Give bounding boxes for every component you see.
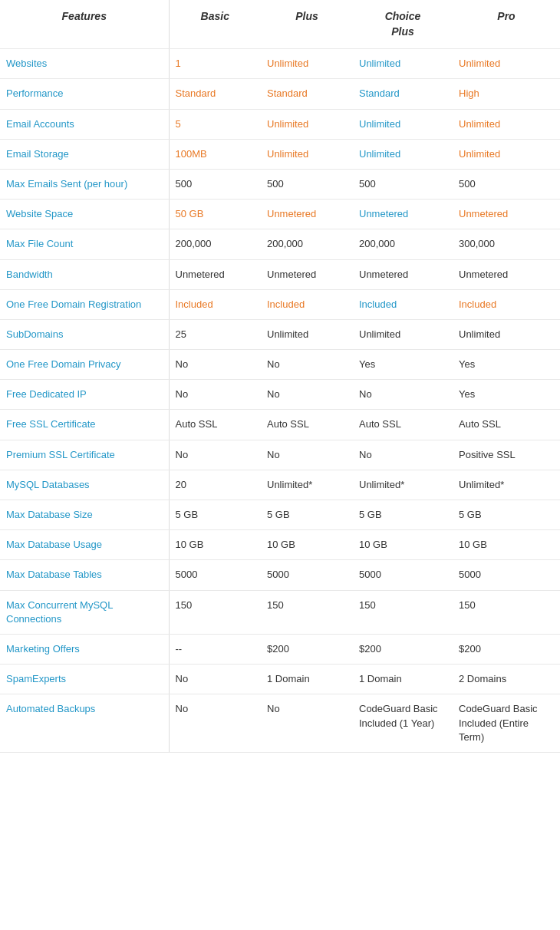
pro-value: Yes bbox=[459, 388, 475, 400]
basic-value: 200,000 bbox=[176, 238, 212, 249]
choiceplus-value: Standard bbox=[359, 87, 400, 99]
plus-cell: Unlimited bbox=[261, 49, 353, 79]
choiceplus-cell: 200,000 bbox=[353, 229, 453, 259]
plus-cell: Unlimited bbox=[261, 109, 353, 139]
plus-value: Unlimited bbox=[267, 328, 308, 340]
choiceplus-cell: CodeGuard Basic Included (1 Year) bbox=[353, 694, 453, 753]
choiceplus-cell: Unmetered bbox=[353, 200, 453, 229]
plus-cell: 500 bbox=[261, 169, 353, 199]
feature-label: Marketing Offers bbox=[6, 643, 80, 655]
plus-value: Unlimited bbox=[267, 58, 308, 69]
feature-cell: Premium SSL Certificate bbox=[0, 440, 169, 470]
pro-cell: Auto SSL bbox=[453, 410, 560, 440]
table-row: Email Storage100MBUnlimitedUnlimitedUnli… bbox=[0, 139, 560, 169]
basic-value: No bbox=[176, 449, 189, 460]
pro-cell: Unlimited bbox=[453, 319, 560, 349]
pro-cell: 5 GB bbox=[453, 500, 560, 530]
plus-cell: No bbox=[261, 694, 353, 753]
basic-value: Unmetered bbox=[176, 269, 225, 280]
feature-label: Email Storage bbox=[6, 148, 69, 160]
basic-value: 500 bbox=[176, 178, 193, 190]
pro-cell: 150 bbox=[453, 590, 560, 634]
choiceplus-cell: Unmetered bbox=[353, 259, 453, 289]
feature-label: Max Database Size bbox=[6, 509, 93, 520]
pro-value: 5000 bbox=[459, 569, 481, 580]
pro-value: 150 bbox=[459, 599, 476, 611]
table-row: PerformanceStandardStandardStandardHigh bbox=[0, 79, 560, 109]
choiceplus-cell: No bbox=[353, 380, 453, 410]
basic-cell: Included bbox=[169, 289, 261, 319]
feature-label: Max Database Tables bbox=[6, 569, 102, 580]
feature-label: Max File Count bbox=[6, 238, 73, 249]
basic-cell: 500 bbox=[169, 169, 261, 199]
pro-value: 10 GB bbox=[459, 539, 487, 550]
basic-value: 20 bbox=[176, 479, 186, 490]
feature-label: Free SSL Certificate bbox=[6, 418, 96, 430]
plus-cell: Auto SSL bbox=[261, 410, 353, 440]
choiceplus-cell: 10 GB bbox=[353, 530, 453, 560]
plus-value: No bbox=[267, 388, 280, 400]
comparison-table: Features Basic Plus Choice Plus Pro Webs… bbox=[0, 0, 560, 753]
plus-cell: No bbox=[261, 350, 353, 380]
basic-value: Included bbox=[176, 298, 213, 310]
basic-cell: 5 bbox=[169, 109, 261, 139]
table-row: MySQL Databases20Unlimited*Unlimited*Unl… bbox=[0, 470, 560, 500]
pro-value: Auto SSL bbox=[459, 418, 501, 430]
plus-cell: 5 GB bbox=[261, 500, 353, 530]
feature-cell: Free SSL Certificate bbox=[0, 410, 169, 440]
choiceplus-cell: Unlimited* bbox=[353, 470, 453, 500]
pro-cell: Yes bbox=[453, 350, 560, 380]
plus-cell: Unlimited bbox=[261, 139, 353, 169]
feature-cell: Max Database Size bbox=[0, 500, 169, 530]
plus-cell: Unlimited* bbox=[261, 470, 353, 500]
feature-cell: Email Storage bbox=[0, 139, 169, 169]
basic-value: No bbox=[176, 388, 189, 400]
choiceplus-cell: Standard bbox=[353, 79, 453, 109]
plus-value: 5000 bbox=[267, 569, 289, 580]
feature-cell: Email Accounts bbox=[0, 109, 169, 139]
basic-cell: No bbox=[169, 440, 261, 470]
basic-cell: No bbox=[169, 380, 261, 410]
plus-value: No bbox=[267, 449, 280, 460]
plus-value: Standard bbox=[267, 87, 308, 99]
choiceplus-cell: 1 Domain bbox=[353, 665, 453, 694]
plus-value: 200,000 bbox=[267, 238, 303, 249]
feature-cell: Max File Count bbox=[0, 229, 169, 259]
plus-value: Unmetered bbox=[267, 269, 316, 280]
feature-label: Websites bbox=[6, 58, 47, 69]
feature-cell: SpamExperts bbox=[0, 665, 169, 694]
pro-value: Unlimited bbox=[459, 58, 500, 69]
basic-cell: 50 GB bbox=[169, 200, 261, 229]
plus-value: 500 bbox=[267, 178, 284, 190]
choiceplus-cell: Unlimited bbox=[353, 109, 453, 139]
plus-value: 150 bbox=[267, 599, 284, 611]
basic-value: 5000 bbox=[176, 569, 198, 580]
feature-cell: Performance bbox=[0, 79, 169, 109]
pro-cell: 500 bbox=[453, 169, 560, 199]
plus-cell: Standard bbox=[261, 79, 353, 109]
choiceplus-cell: Included bbox=[353, 289, 453, 319]
choiceplus-value: 5 GB bbox=[359, 509, 382, 520]
table-row: Premium SSL CertificateNoNoNoPositive SS… bbox=[0, 440, 560, 470]
table-row: Automated BackupsNoNoCodeGuard Basic Inc… bbox=[0, 694, 560, 753]
choiceplus-value: 5000 bbox=[359, 569, 381, 580]
choiceplus-value: Unlimited bbox=[359, 58, 400, 69]
plus-cell: 1 Domain bbox=[261, 665, 353, 694]
pro-value: 300,000 bbox=[459, 238, 495, 249]
plus-cell: 200,000 bbox=[261, 229, 353, 259]
plus-cell: 5000 bbox=[261, 560, 353, 590]
plus-cell: No bbox=[261, 440, 353, 470]
choiceplus-cell: 500 bbox=[353, 169, 453, 199]
feature-label: One Free Domain Privacy bbox=[6, 358, 121, 370]
feature-label: Max Concurrent MySQL Connections bbox=[6, 599, 113, 625]
basic-value: 25 bbox=[176, 328, 186, 340]
choiceplus-value: 500 bbox=[359, 178, 376, 190]
feature-cell: Website Space bbox=[0, 200, 169, 229]
feature-label: SpamExperts bbox=[6, 673, 66, 684]
feature-cell: SubDomains bbox=[0, 319, 169, 349]
pro-value: 2 Domains bbox=[459, 673, 506, 684]
choiceplus-cell: Yes bbox=[353, 350, 453, 380]
table-row: Max Database Tables5000500050005000 bbox=[0, 560, 560, 590]
choiceplus-value: Unlimited bbox=[359, 328, 400, 340]
choiceplus-cell: No bbox=[353, 440, 453, 470]
